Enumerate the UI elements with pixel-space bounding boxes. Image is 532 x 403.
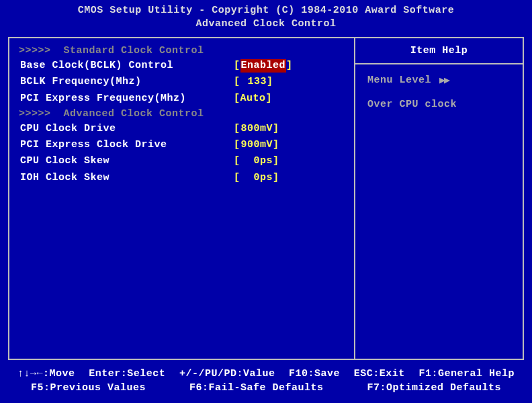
section-marker-icon: >>>>> xyxy=(19,108,51,120)
bios-header: CMOS Setup Utility - Copyright (C) 1984-… xyxy=(5,0,527,37)
section-standard-label: Standard Clock Control xyxy=(64,45,204,56)
setting-pcie-clock-drive[interactable]: PCI Express Clock Drive [900mV] xyxy=(19,138,345,152)
setting-value: [Auto] xyxy=(234,92,272,105)
setting-ioh-clock-skew[interactable]: IOH Clock Skew [0ps] xyxy=(19,171,345,185)
setting-value: [133] xyxy=(234,75,273,89)
setting-label: PCI Express Frequency(Mhz) xyxy=(19,92,234,105)
setting-value: [0ps] xyxy=(234,154,279,168)
content-panels: >>>>> Standard Clock Control Base Clock(… xyxy=(8,37,524,360)
help-body: Menu Level ▶▶ Over CPU clock xyxy=(355,64,523,132)
setting-bclk-frequency[interactable]: BCLK Frequency(Mhz) [133] xyxy=(19,75,345,89)
setting-value: [800mV] xyxy=(234,122,279,136)
setting-pcie-frequency[interactable]: PCI Express Frequency(Mhz) [Auto] xyxy=(19,92,345,105)
setting-label: BCLK Frequency(Mhz) xyxy=(19,75,234,89)
chevron-right-icon: ▶▶ xyxy=(439,74,449,87)
hint-failsafe: F6:Fail-Safe Defaults xyxy=(189,381,324,395)
footer-hints: ↑↓→←:Move Enter:Select +/-/PU/PD:Value F… xyxy=(5,360,527,403)
hint-save: F10:Save xyxy=(289,367,340,381)
setting-label: CPU Clock Skew xyxy=(19,154,234,168)
hint-help: F1:General Help xyxy=(418,367,515,381)
hint-move: ↑↓→←:Move xyxy=(17,367,75,381)
section-advanced-label: Advanced Clock Control xyxy=(64,108,204,120)
menu-level-label: Menu Level xyxy=(367,75,431,86)
section-advanced: >>>>> Advanced Clock Control xyxy=(19,108,345,120)
setting-label: Base Clock(BCLK) Control xyxy=(19,59,234,73)
hint-value: +/-/PU/PD:Value xyxy=(179,367,275,381)
selected-value: Enabled xyxy=(240,59,287,73)
setting-label: PCI Express Clock Drive xyxy=(19,138,234,152)
hint-optimized: F7:Optimized Defaults xyxy=(367,381,501,395)
settings-panel: >>>>> Standard Clock Control Base Clock(… xyxy=(9,38,355,359)
hint-exit: ESC:Exit xyxy=(354,367,405,381)
setting-cpu-clock-skew[interactable]: CPU Clock Skew [0ps] xyxy=(19,154,345,168)
section-standard: >>>>> Standard Clock Control xyxy=(19,45,345,56)
footer-line-1: ↑↓→←:Move Enter:Select +/-/PU/PD:Value F… xyxy=(15,367,517,381)
bios-screen: CMOS Setup Utility - Copyright (C) 1984-… xyxy=(0,0,532,403)
setting-bclk-control[interactable]: Base Clock(BCLK) Control [Enabled] xyxy=(19,59,345,73)
help-panel: Item Help Menu Level ▶▶ Over CPU clock xyxy=(355,38,523,359)
hint-prev: F5:Previous Values xyxy=(31,381,146,395)
setting-label: CPU Clock Drive xyxy=(19,122,234,136)
header-subtitle: Advanced Clock Control xyxy=(5,17,527,31)
setting-value: [Enabled] xyxy=(234,59,293,73)
help-title: Item Help xyxy=(355,38,523,64)
setting-cpu-clock-drive[interactable]: CPU Clock Drive [800mV] xyxy=(19,122,345,136)
section-marker-icon: >>>>> xyxy=(19,45,51,56)
setting-label: IOH Clock Skew xyxy=(19,171,234,185)
hint-select: Enter:Select xyxy=(89,367,165,381)
setting-value: [900mV] xyxy=(234,138,279,152)
setting-value: [0ps] xyxy=(234,171,279,185)
help-menu-level: Menu Level ▶▶ xyxy=(367,74,511,87)
header-title: CMOS Setup Utility - Copyright (C) 1984-… xyxy=(5,4,527,17)
footer-line-2: F5:Previous Values F6:Fail-Safe Defaults… xyxy=(15,381,517,395)
help-description: Over CPU clock xyxy=(367,99,511,110)
